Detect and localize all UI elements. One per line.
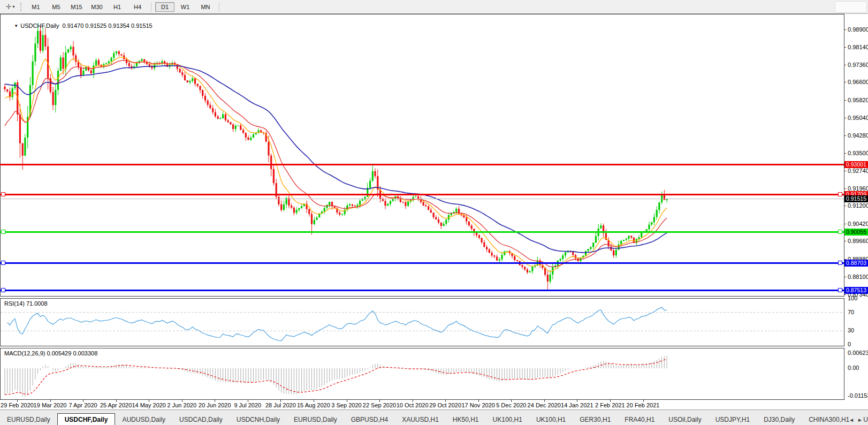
date-label: 5 Dec 2020	[496, 402, 526, 408]
price-tick	[844, 241, 846, 241]
timeframe-button-m15[interactable]: M15	[67, 2, 86, 12]
date-label: 20 Jun 2020	[199, 402, 231, 408]
price-tick-label: 0.98900	[848, 26, 868, 33]
price-tick-label: 0.95040	[848, 115, 868, 121]
current-price-line	[0, 199, 844, 199]
current-price-badge: 0.91515	[844, 195, 868, 202]
price-tick	[844, 135, 846, 136]
price-tick-label: 0.97360	[848, 62, 868, 68]
date-label: 14 Jan 2021	[561, 402, 593, 408]
chart-title: ▼USDCHF,Daily 0.91470 0.91525 0.91354 0.…	[4, 16, 153, 35]
line-handle[interactable]	[838, 288, 842, 292]
rsi-tick-label: 0	[848, 341, 851, 347]
chart-tab-usdjpy[interactable]: USDJPY,H1	[709, 414, 757, 425]
line-handle[interactable]	[1, 261, 5, 265]
cursor-tool-icon[interactable]: ✛ ▾	[2, 2, 18, 12]
toolbar-grip[interactable]	[20, 3, 21, 11]
candlestick-plot[interactable]	[1, 14, 844, 296]
macd-tick-label: 0.006237	[848, 350, 868, 356]
chart-tab-xauusd[interactable]: XAUUSD,H1	[395, 414, 446, 425]
chart-tab-china300[interactable]: CHINA300,H1	[802, 414, 856, 425]
tab-scroll-arrows[interactable]: ◄►	[849, 417, 866, 423]
price-tick	[844, 65, 846, 65]
macd-tick-label: -0.011534	[848, 392, 868, 399]
chart-title-ohlc: 0.91470 0.91525 0.91354 0.91515	[63, 22, 153, 29]
rsi-label: RSI(14) 71.0008	[4, 300, 48, 307]
toolbar-separator	[151, 2, 151, 12]
timeframe-button-m30[interactable]: M30	[87, 2, 106, 12]
price-tick-label: 0.94280	[848, 132, 868, 139]
macd-pane[interactable]: MACD(12,26,9) 0.005429 0.003308	[0, 348, 844, 400]
price-tick	[844, 188, 846, 189]
horizontal-level-line[interactable]	[0, 164, 844, 165]
price-tick-label: 0.88100	[848, 274, 868, 280]
chart-tabs: ◄► EURUSD,DailyUSDCHF,DailyAUDUSD,DailyU…	[0, 409, 868, 425]
line-handle[interactable]	[1, 192, 5, 196]
toolbar-separator	[219, 2, 219, 12]
macd-label: MACD(12,26,9) 0.005429 0.003308	[4, 350, 97, 356]
toolbar-empty-area	[835, 1, 867, 13]
mt4-window: ✛ ▾ M1M5M15M30H1H4D1W1MN ▼USDCHF,Daily 0…	[0, 0, 868, 425]
price-tick	[844, 100, 846, 101]
date-label: 15 Aug 2020	[297, 402, 330, 408]
chart-tab-gbpusd[interactable]: GBPUSD,H4	[344, 414, 395, 425]
price-tick-label: 0.98140	[848, 44, 868, 50]
chart-tab-uk100[interactable]: UK100,H1	[529, 414, 573, 425]
chart-tab-ger30[interactable]: GER30,H1	[573, 414, 618, 425]
line-handle[interactable]	[838, 261, 842, 265]
chart-tab-uk100[interactable]: UK100,H1	[486, 414, 529, 425]
price-tick	[844, 277, 846, 277]
timeframe-button-d1[interactable]: D1	[155, 2, 174, 12]
chart-tab-audusd[interactable]: AUDUSD,Daily	[115, 414, 172, 425]
chart-tab-usoil[interactable]: USOil,Daily	[661, 414, 708, 425]
timeframe-button-w1[interactable]: W1	[176, 2, 195, 12]
date-label: 7 Apr 2020	[68, 402, 97, 408]
price-tick-label: 0.90420	[848, 221, 868, 227]
date-label: 3 Sep 2020	[331, 402, 361, 408]
timeframe-button-m1[interactable]: M1	[26, 2, 45, 12]
chart-tab-usdchf[interactable]: USDCHF,Daily	[57, 413, 116, 425]
line-handle[interactable]	[838, 192, 842, 196]
date-label: 2 Feb 2021	[595, 402, 625, 408]
line-handle[interactable]	[838, 230, 842, 234]
date-label: 20 Feb 2021	[627, 402, 660, 408]
chart-tab-eurusd[interactable]: EURUSD,Daily	[0, 414, 57, 425]
timeframe-button-h4[interactable]: H4	[128, 2, 147, 12]
chart-tab-hk50[interactable]: HK50,H1	[446, 414, 486, 425]
price-tick-label: 0.96600	[848, 79, 868, 85]
timeframe-button-mn[interactable]: MN	[196, 2, 215, 12]
chart-tab-usdcad[interactable]: USDCAD,Daily	[172, 414, 230, 425]
date-label: 29 Feb 2020	[1, 402, 34, 408]
timeframe-button-h1[interactable]: H1	[108, 2, 127, 12]
level-price-badge: 0.88703	[844, 260, 868, 267]
price-tick-label: 0.93500	[848, 150, 868, 156]
horizontal-level-line[interactable]	[0, 262, 844, 264]
crosshair-icon: ✛	[6, 3, 12, 11]
line-handle[interactable]	[1, 288, 5, 292]
rsi-tick-label: 30	[848, 327, 854, 333]
collapse-icon[interactable]: ▼	[14, 24, 18, 28]
macd-plot	[1, 348, 844, 399]
price-tick	[844, 171, 846, 171]
price-tick	[844, 153, 846, 154]
horizontal-level-line[interactable]	[0, 290, 844, 291]
chart-tab-usdcnh[interactable]: USDCNH,Daily	[230, 414, 287, 425]
price-tick	[844, 29, 846, 30]
level-price-badge: 0.87513	[844, 287, 868, 294]
date-label: 2 Jun 2020	[167, 402, 196, 408]
main-chart-pane[interactable]: ▼USDCHF,Daily 0.91470 0.91525 0.91354 0.…	[0, 14, 844, 297]
price-tick	[844, 82, 846, 82]
timeframe-button-m5[interactable]: M5	[47, 2, 66, 12]
chart-tab-fra40[interactable]: FRA40,H1	[618, 414, 661, 425]
time-axis: 29 Feb 202019 Mar 20207 Apr 202025 Apr 2…	[0, 400, 868, 409]
price-tick	[844, 224, 846, 224]
price-tick-label: 0.89660	[848, 238, 868, 244]
date-label: 10 Oct 2020	[397, 402, 429, 408]
horizontal-level-line[interactable]	[0, 231, 844, 233]
chart-tab-eurusd[interactable]: EURUSD,Daily	[287, 414, 344, 425]
rsi-pane[interactable]: RSI(14) 71.0008	[0, 298, 844, 346]
horizontal-level-line[interactable]	[0, 194, 844, 195]
line-handle[interactable]	[1, 230, 5, 234]
chart-tab-dj30[interactable]: DJ30,Daily	[757, 414, 802, 425]
date-label: 24 Dec 2020	[528, 402, 561, 408]
